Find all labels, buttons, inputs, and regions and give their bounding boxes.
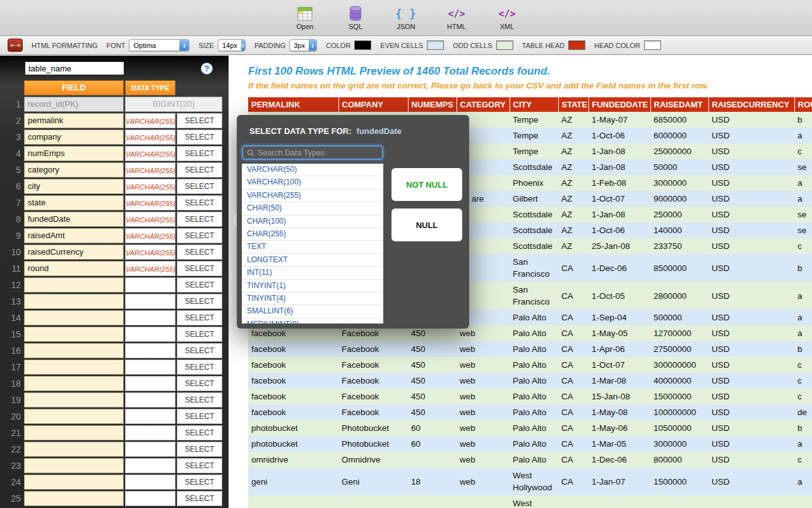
field-name-cell[interactable] — [24, 360, 124, 375]
select-datatype-button[interactable]: SELECT — [177, 294, 222, 309]
select-datatype-button[interactable]: SELECT — [177, 360, 222, 375]
select-datatype-button[interactable]: SELECT — [177, 146, 222, 161]
select-datatype-button[interactable]: SELECT — [177, 179, 222, 194]
select-datatype-button[interactable]: SELECT — [177, 392, 222, 408]
field-name-cell[interactable]: fundedDate — [24, 212, 124, 227]
not-null-button[interactable]: NOT NULL — [391, 168, 462, 201]
select-datatype-button[interactable]: SELECT — [177, 113, 222, 128]
head-color-swatch[interactable] — [644, 40, 661, 50]
table-head-swatch[interactable] — [568, 40, 585, 50]
datatype-option[interactable]: VARCHAR(50) — [242, 164, 383, 176]
field-name-cell[interactable]: permalink — [24, 113, 124, 128]
select-datatype-button[interactable]: SELECT — [177, 442, 222, 457]
datatype-option[interactable]: INT(11) — [242, 267, 383, 279]
field-name-cell[interactable] — [24, 392, 124, 408]
cell-city: Gilbert — [510, 191, 558, 207]
select-datatype-button[interactable]: SELECT — [177, 228, 222, 243]
datatype-option[interactable]: SMALLINT(6) — [242, 305, 383, 318]
datatype-option[interactable]: MEDIUMINT(9) — [242, 318, 383, 324]
field-name-cell[interactable] — [24, 442, 124, 457]
field-name-cell[interactable] — [24, 376, 124, 391]
field-name-cell[interactable] — [24, 425, 124, 440]
field-name-cell[interactable] — [24, 343, 124, 358]
xml-button[interactable]: </> XML — [491, 5, 523, 30]
select-datatype-button[interactable]: SELECT — [177, 261, 222, 276]
select-datatype-button[interactable]: SELECT — [177, 277, 222, 293]
row-number: 22 — [8, 442, 24, 457]
datatype-option[interactable]: CHAR(100) — [242, 215, 383, 228]
select-datatype-button[interactable]: SELECT — [177, 475, 222, 490]
cell-numemps: 18 — [408, 468, 457, 495]
null-button[interactable]: NULL — [391, 209, 462, 241]
field-name-cell[interactable]: city — [24, 179, 124, 194]
select-datatype-button[interactable]: SELECT — [177, 130, 222, 145]
cell-fundeddate: 1-May-07 — [588, 112, 650, 128]
field-name-cell[interactable] — [24, 277, 124, 293]
datatype-option[interactable]: CHAR(255) — [242, 228, 383, 241]
select-datatype-button[interactable]: SELECT — [177, 376, 222, 391]
table-name-input[interactable] — [25, 62, 124, 75]
datatype-option[interactable]: TINYINT(4) — [242, 293, 383, 305]
field-name-cell[interactable]: raisedCurrency — [24, 245, 124, 260]
cell-city: Tempe — [510, 112, 558, 128]
odd-cells-swatch[interactable] — [496, 40, 513, 50]
select-datatype-button[interactable]: SELECT — [177, 343, 222, 358]
select-datatype-button[interactable]: SELECT — [177, 491, 222, 506]
padding-select[interactable]: 3px ▲▼ — [289, 39, 317, 51]
field-row: 21 SELECT — [8, 425, 229, 440]
field-name-cell[interactable] — [24, 409, 124, 424]
field-name-cell[interactable]: state — [24, 195, 124, 210]
search-input[interactable] — [258, 148, 378, 157]
select-datatype-button[interactable]: SELECT — [177, 212, 222, 227]
field-name-cell[interactable] — [24, 458, 124, 473]
field-name-cell[interactable]: round — [24, 261, 124, 276]
panel-toggle-icon[interactable]: ⇤⇥ — [8, 39, 23, 52]
sql-button[interactable]: SQL — [340, 5, 371, 30]
even-cells-swatch[interactable] — [427, 40, 444, 50]
datatype-option[interactable]: VARCHAR(100) — [242, 176, 383, 189]
datatype-option[interactable]: VARCHAR(255) — [242, 190, 383, 202]
text-color-swatch[interactable] — [354, 40, 371, 50]
cell-permalink: photobucket — [248, 436, 338, 452]
field-name-cell[interactable]: category — [24, 162, 124, 178]
field-name-cell[interactable] — [24, 475, 124, 490]
cell-state: AZ — [558, 238, 588, 254]
row-number: 2 — [8, 113, 24, 128]
select-datatype-button[interactable]: SELECT — [177, 409, 222, 424]
cell-state: AZ — [558, 175, 588, 191]
font-value: Optima — [129, 42, 179, 49]
field-name-cell[interactable]: company — [24, 130, 124, 145]
open-button[interactable]: Open — [289, 5, 321, 30]
datatype-option[interactable]: LONGTEXT — [242, 254, 383, 267]
size-select[interactable]: 14px ▲▼ — [218, 39, 246, 51]
field-name-cell[interactable]: raisedAmt — [24, 228, 124, 243]
field-name-cell[interactable] — [24, 491, 124, 506]
select-datatype-button[interactable]: SELECT — [177, 458, 222, 473]
html-button[interactable]: </> HTML — [441, 5, 472, 30]
select-datatype-button[interactable]: SELECT — [177, 310, 222, 325]
field-row: 16 SELECT — [8, 343, 229, 358]
row-number: 24 — [8, 475, 24, 490]
select-datatype-button[interactable]: SELECT — [177, 195, 222, 210]
select-datatype-button[interactable]: SELECT — [177, 162, 222, 178]
row-number: 15 — [8, 327, 24, 342]
field-name-cell[interactable]: numEmps — [24, 146, 124, 161]
cell-round: b — [794, 254, 812, 282]
help-icon[interactable]: ? — [201, 63, 213, 75]
datatype-option[interactable]: TINYINT(1) — [242, 280, 383, 293]
datatype-option[interactable]: TEXT — [242, 241, 383, 253]
field-name-cell[interactable] — [24, 310, 124, 325]
datatype-cell: VARCHAR(255) — [125, 212, 176, 227]
select-datatype-button[interactable]: SELECT — [177, 327, 222, 342]
datatype-cell — [125, 294, 176, 309]
font-select[interactable]: Optima ▲▼ — [129, 39, 189, 51]
cell-city: Scottsdale — [510, 159, 558, 175]
size-label: SIZE — [198, 42, 213, 49]
datatype-option[interactable]: CHAR(50) — [242, 202, 383, 215]
field-name-cell[interactable] — [24, 327, 124, 342]
field-name-cell[interactable] — [24, 294, 124, 309]
cell-round: c — [794, 452, 812, 468]
select-datatype-button[interactable]: SELECT — [177, 425, 222, 440]
select-datatype-button[interactable]: SELECT — [177, 245, 222, 260]
json-button[interactable]: { } JSON — [390, 5, 422, 30]
